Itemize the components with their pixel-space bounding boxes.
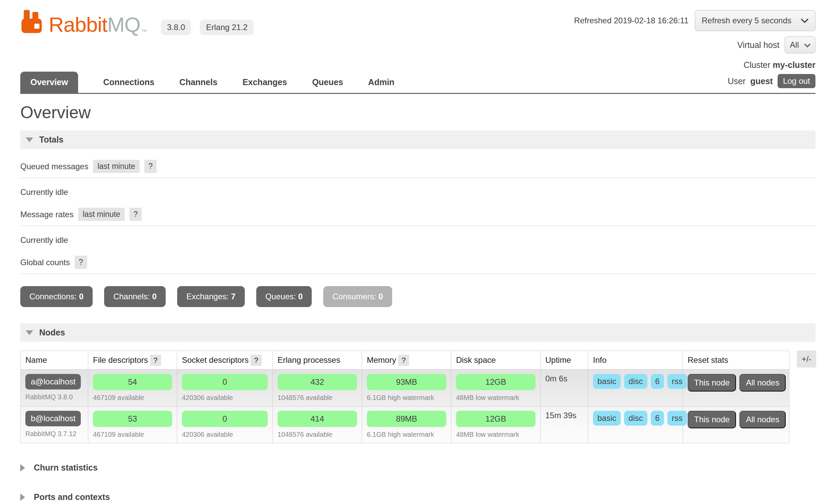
rates-help-badge[interactable]: ? (129, 208, 142, 221)
reset-this-node-button[interactable]: This node (688, 411, 736, 428)
refresh-interval-select[interactable]: Refresh every 5 seconds (695, 10, 815, 31)
rabbitmq-logo[interactable]: RabbitMQ ™ (20, 9, 147, 35)
consumers-count-button[interactable]: Consumers: 0 (323, 286, 392, 307)
global-counts-help-badge[interactable]: ? (75, 256, 87, 269)
logo-row: RabbitMQ ™ 3.8.0 Erlang 21.2 (20, 9, 574, 35)
virtual-host-value: All (790, 40, 799, 50)
queued-idle-text: Currently idle (20, 187, 815, 197)
tab-exchanges[interactable]: Exchanges (242, 72, 287, 93)
nodes-table: Name File descriptors? Socket descriptor… (20, 351, 789, 443)
totals-section-header[interactable]: Totals (20, 130, 815, 149)
proc-cell: 432 1048576 available (273, 370, 362, 406)
node-version: RabbitMQ 3.7.12 (25, 430, 83, 438)
col-name: Name (21, 351, 88, 370)
queued-help-badge[interactable]: ? (144, 160, 157, 173)
nodes-header-row: Name File descriptors? Socket descriptor… (21, 351, 789, 370)
reset-this-node-button[interactable]: This node (688, 374, 736, 392)
disk-value-badge: 12GB (456, 411, 536, 427)
logo-mq-text: MQ (107, 13, 140, 36)
fd-help-badge[interactable]: ? (150, 355, 161, 366)
logo-rabbit-text: Rabbit (49, 13, 107, 36)
virtual-host-row: Virtual host All (574, 36, 815, 53)
memory-cell: 93MB 6.1GB high watermark (362, 370, 451, 406)
sd-value-badge: 0 (182, 411, 268, 427)
nodes-section-header[interactable]: Nodes (20, 323, 815, 342)
memory-help-badge[interactable]: ? (398, 355, 409, 366)
col-memory: Memory? (362, 351, 451, 370)
info-badge-rss: rss (667, 374, 687, 389)
queued-messages-label: Queued messages (20, 162, 88, 171)
user-label: User (728, 76, 745, 86)
totals-section-label: Totals (39, 135, 64, 145)
queues-count-button[interactable]: Queues: 0 (256, 286, 312, 307)
expand-triangle-icon (20, 494, 25, 501)
col-reset-stats: Reset stats (683, 351, 789, 370)
virtual-host-label: Virtual host (737, 40, 780, 50)
nodes-table-wrap: Name File descriptors? Socket descriptor… (20, 351, 815, 443)
tab-connections[interactable]: Connections (103, 72, 154, 93)
tab-overview[interactable]: Overview (20, 72, 78, 93)
reset-all-nodes-button[interactable]: All nodes (739, 411, 786, 428)
col-erlang-processes: Erlang processes (273, 351, 362, 370)
broker-version-badge: 3.8.0 (161, 20, 191, 35)
global-counts-row: Global counts ? (20, 256, 815, 274)
trademark-symbol: ™ (141, 28, 147, 35)
rates-idle-text: Currently idle (20, 235, 815, 245)
proc-available: 1048576 available (278, 394, 357, 402)
user-name: guest (750, 76, 773, 86)
queued-period-badge[interactable]: last minute (93, 160, 139, 173)
ports-and-contexts-section[interactable]: Ports and contexts (20, 492, 815, 502)
proc-value-badge: 414 (278, 411, 357, 427)
info-badge-basic: basic (593, 374, 621, 389)
fd-value-badge: 54 (93, 374, 172, 390)
chevron-down-icon (801, 16, 808, 25)
sd-help-badge[interactable]: ? (251, 355, 261, 366)
tab-admin[interactable]: Admin (368, 72, 395, 93)
proc-value-badge: 432 (278, 374, 357, 390)
fd-value-badge: 53 (93, 411, 172, 427)
info-badge-rss: rss (667, 411, 687, 426)
node-name-badge[interactable]: b@localhost (25, 411, 81, 426)
cluster-name: my-cluster (773, 60, 815, 70)
node-row-b: b@localhost RabbitMQ 3.7.12 53 467109 av… (21, 406, 789, 443)
logout-button[interactable]: Log out (778, 74, 815, 88)
disk-value-badge: 12GB (456, 374, 536, 390)
memory-watermark: 6.1GB high watermark (367, 431, 446, 438)
uptime-cell: 0m 6s (541, 370, 588, 406)
proc-cell: 414 1048576 available (273, 406, 362, 443)
info-badge-disc: disc (624, 411, 647, 426)
reset-all-nodes-button[interactable]: All nodes (739, 374, 786, 392)
page-title: Overview (20, 103, 815, 122)
connections-count-button[interactable]: Connections: 0 (20, 286, 93, 307)
global-counts-label: Global counts (20, 258, 70, 267)
col-info: Info (588, 351, 683, 370)
header-left: RabbitMQ ™ 3.8.0 Erlang 21.2 Overview Co… (20, 0, 574, 93)
tab-queues[interactable]: Queues (312, 72, 343, 93)
version-badges: 3.8.0 Erlang 21.2 (161, 20, 254, 35)
info-badge-basic: basic (593, 411, 621, 426)
virtual-host-select[interactable]: All (785, 36, 815, 53)
node-name-badge[interactable]: a@localhost (25, 374, 81, 389)
rates-period-badge[interactable]: last minute (78, 208, 124, 221)
node-version: RabbitMQ 3.8.0 (25, 393, 83, 401)
sd-cell: 0 420306 available (177, 370, 273, 406)
cluster-label: Cluster (743, 60, 770, 70)
global-counts-badges: Connections: 0 Channels: 0 Exchanges: 7 … (20, 286, 815, 307)
sd-available: 420306 available (182, 394, 268, 402)
tab-channels[interactable]: Channels (180, 72, 218, 93)
col-socket-descriptors: Socket descriptors? (177, 351, 273, 370)
info-badge-plugins-count: 6 (651, 411, 664, 426)
info-cell: basic disc 6 rss (588, 370, 683, 406)
header: RabbitMQ ™ 3.8.0 Erlang 21.2 Overview Co… (20, 0, 815, 94)
toggle-columns-button[interactable]: +/- (797, 351, 816, 368)
exchanges-count-button[interactable]: Exchanges: 7 (177, 286, 244, 307)
rabbitmq-rabbit-icon (20, 9, 45, 35)
message-rates-row: Message rates last minute ? (20, 208, 815, 226)
uptime-cell: 15m 39s (541, 406, 588, 443)
churn-statistics-section[interactable]: Churn statistics (20, 463, 815, 473)
channels-count-button[interactable]: Channels: 0 (104, 286, 166, 307)
node-row-a: a@localhost RabbitMQ 3.8.0 54 467109 ava… (21, 370, 789, 406)
sd-cell: 0 420306 available (177, 406, 273, 443)
memory-cell: 89MB 6.1GB high watermark (362, 406, 451, 443)
col-uptime: Uptime (541, 351, 588, 370)
